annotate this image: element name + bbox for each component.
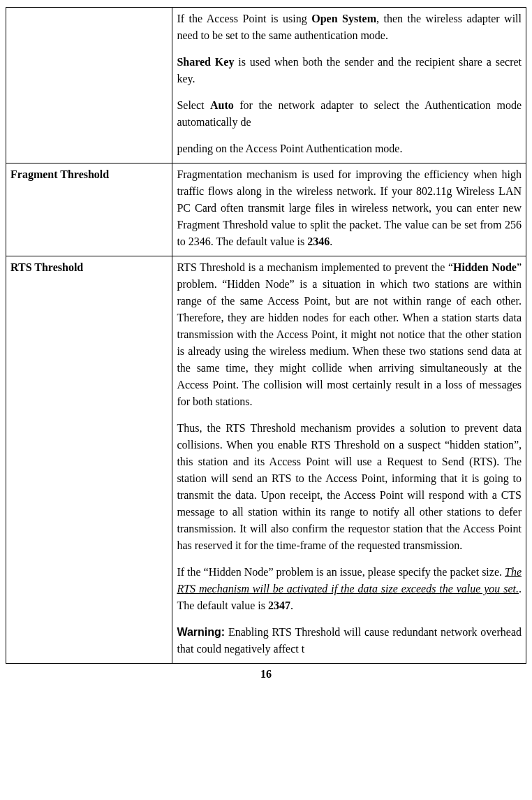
params-table: If the Access Point is using Open System… <box>6 7 526 664</box>
text-run: If the “Hidden Node” problem is an issue… <box>177 566 505 578</box>
paragraph: If the Access Point is using Open System… <box>177 10 522 44</box>
param-description: RTS Threshold is a mechanism implemented… <box>172 256 526 664</box>
text-run: pending on the Access Point Authenticati… <box>177 143 402 154</box>
text-run: Open System <box>311 13 376 24</box>
table-row: RTS ThresholdRTS Threshold is a mechanis… <box>6 256 526 664</box>
text-run: Select <box>177 99 210 111</box>
text-run: 2347 <box>268 599 290 611</box>
paragraph: Warning: Enabling RTS Threshold will cau… <box>177 624 522 657</box>
table-row: If the Access Point is using Open System… <box>6 8 526 163</box>
paragraph: Thus, the RTS Threshold mechanism provid… <box>177 420 522 554</box>
paragraph: pending on the Access Point Authenticati… <box>177 140 522 157</box>
text-run: . <box>330 235 332 247</box>
param-description: Fragmentation mechanism is used for impr… <box>172 163 526 256</box>
paragraph: Select Auto for the network adapter to s… <box>177 97 522 131</box>
text-run: Thus, the RTS Threshold mechanism provid… <box>177 422 522 551</box>
table-row: Fragment ThresholdFragmentation mechanis… <box>6 163 526 256</box>
text-run: . <box>290 599 293 611</box>
text-run: RTS Threshold is a mechanism implemented… <box>177 261 453 273</box>
text-run: 2346 <box>307 235 330 247</box>
param-label <box>6 8 172 163</box>
text-run: ” problem. “Hidden Node” is a situation … <box>177 261 522 407</box>
text-run: Shared Key <box>177 56 234 68</box>
paragraph: Shared Key is used when both the sender … <box>177 54 522 87</box>
paragraph: RTS Threshold is a mechanism implemented… <box>177 259 522 410</box>
paragraph: Fragmentation mechanism is used for impr… <box>177 166 522 250</box>
paragraph: If the “Hidden Node” problem is an issue… <box>177 564 522 614</box>
text-run: Fragmentation mechanism is used for impr… <box>177 168 522 247</box>
text-run: Hidden Node <box>453 261 517 273</box>
page: If the Access Point is using Open System… <box>0 0 532 694</box>
text-run: Enabling RTS Threshold will cause redund… <box>177 626 522 655</box>
page-number: 16 <box>6 668 526 681</box>
param-label: Fragment Threshold <box>6 163 172 256</box>
text-run: If the Access Point is using <box>177 13 311 24</box>
text-run: Auto <box>210 99 234 111</box>
text-run: Warning: <box>177 626 225 638</box>
param-label: RTS Threshold <box>6 256 172 664</box>
param-description: If the Access Point is using Open System… <box>172 8 526 163</box>
